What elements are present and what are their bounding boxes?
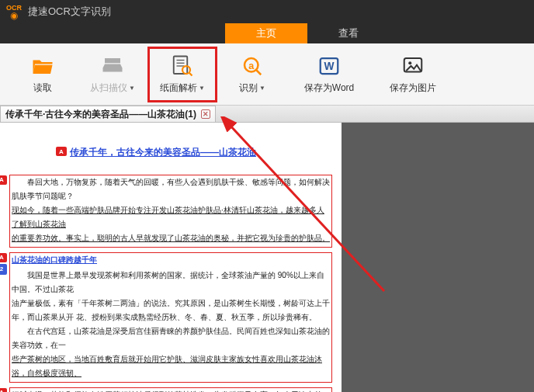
recognize-icon: a	[241, 54, 264, 78]
svg-point-4	[182, 66, 190, 74]
document-tab[interactable]: 传承千年·古往今来的美容圣品——山茶花油(1) ✕	[0, 106, 216, 122]
page-analyze-icon	[171, 54, 194, 78]
doc-heading-text: 传承千年，古往今来的美容圣品——山茶花油	[70, 147, 256, 158]
scanner-button[interactable]: 从扫描仪▼	[78, 47, 147, 102]
svg-line-5	[189, 73, 192, 76]
titlebar: OCR ◉ 捷速OCR文字识别	[0, 0, 534, 23]
para: 的重要养功效。事实上，聪明的古人早就发现了山茶花油的奥秘，并把它视为珍贵的护肤品…	[12, 234, 330, 242]
svg-line-8	[256, 70, 261, 75]
chevron-down-icon: ▼	[199, 85, 205, 92]
save-image-label: 保存为图片	[390, 82, 436, 95]
doc-heading: A 传承千年，古往今来的美容圣品——山茶花油	[70, 146, 256, 159]
word-icon: W	[317, 54, 341, 78]
app-logo: OCR ◉	[6, 5, 22, 19]
chevron-down-icon: ▼	[259, 85, 265, 92]
read-button[interactable]: 读取	[8, 47, 78, 102]
image-icon	[401, 54, 425, 78]
region-badge: A	[0, 253, 7, 262]
app-title: 捷速OCR文字识别	[28, 5, 111, 19]
recognize-button[interactable]: a 识别▼	[217, 47, 287, 102]
document-tab-title: 传承千年·古往今来的美容圣品——山茶花油(1)	[5, 108, 196, 121]
svg-text:a: a	[248, 61, 255, 71]
menubar: 主页 查看	[0, 23, 534, 43]
region-badge: A	[0, 388, 7, 392]
text-region-2[interactable]: A 2 山茶花油的口碑跨越千年 我国是世界上最早发现茶树和利用茶树的国家。据统计…	[9, 252, 332, 383]
scanner-label: 从扫描仪	[90, 82, 127, 95]
para: 我国是世界上最早发现茶树和利用茶树的国家。据统计，全球茶油产量的 90%以上来自…	[12, 269, 330, 297]
scanner-icon	[101, 54, 124, 78]
workspace: A 传承千年，古往今来的美容圣品——山茶花油 A 春回大地，万物复苏，随着天气的…	[0, 123, 534, 392]
para: 花、授粉到果实成熟需经历秋、冬、春、夏、秋五季，所以珍贵稀有。	[76, 313, 317, 321]
save-image-button[interactable]: 保存为图片	[371, 47, 455, 102]
text-region-1[interactable]: A 春回大地，万物复苏，随着天气的回暖，有些人会遇到肌肤干燥、敏感等问题，如何解…	[9, 175, 332, 248]
text-region-3[interactable]: A 细腻光滑。壮族和侗族女性用茶籽榨油后得到的茶枯洗发，头发黝黑又乌亮。如今无论…	[9, 387, 332, 392]
folder-open-icon	[31, 54, 54, 78]
document-pane[interactable]: A 传承千年，古往今来的美容圣品——山茶花油 A 春回大地，万物复苏，随着天气的…	[0, 123, 342, 392]
save-word-button[interactable]: W 保存为Word	[287, 47, 371, 102]
chevron-down-icon: ▼	[129, 85, 135, 92]
save-word-label: 保存为Word	[304, 82, 354, 95]
analyze-label: 纸面解析	[160, 82, 197, 95]
analyze-button[interactable]: 纸面解析▼	[147, 47, 217, 102]
svg-text:W: W	[324, 61, 335, 72]
subheading: 山茶花油的口碑跨越千年	[12, 253, 97, 267]
recognize-label: 识别	[239, 82, 258, 95]
svg-rect-0	[174, 57, 188, 75]
preview-pane	[342, 123, 534, 392]
close-tab-icon[interactable]: ✕	[201, 109, 210, 119]
para: 现如今，随着一些高端护肤品牌开始专注开发山茶花油护肤品·林清轩山茶花油，越来越多…	[12, 203, 330, 231]
para: 在古代宫廷，山茶花油是深受后宫佳丽青睐的养颜护肤佳品。民间百姓也深知山茶花油的美…	[12, 324, 330, 352]
menu-view[interactable]: 查看	[307, 23, 390, 43]
read-label: 读取	[33, 82, 52, 95]
para: 些产茶树的地区，当地百姓敷育后就开始用它护肤、滋润皮肤主家族女性喜欢用山茶花油沐…	[12, 355, 322, 377]
svg-point-12	[408, 61, 411, 64]
region-badge: A	[56, 147, 67, 156]
menu-home[interactable]: 主页	[225, 23, 307, 43]
sub-region-badge: 2	[0, 264, 7, 275]
document-tabbar: 传承千年·古往今来的美容圣品——山茶花油(1) ✕	[0, 106, 534, 123]
region-badge: A	[0, 175, 7, 185]
eye-icon: ◉	[10, 12, 18, 19]
toolbar: 读取 从扫描仪▼ 纸面解析▼ a 识别▼ W 保存为Word 保存为图片	[0, 43, 534, 106]
para: 春回大地，万物复苏，随着天气的回暖，有些人会遇到肌肤干燥、敏感等问题，如何解决肌…	[12, 175, 330, 203]
